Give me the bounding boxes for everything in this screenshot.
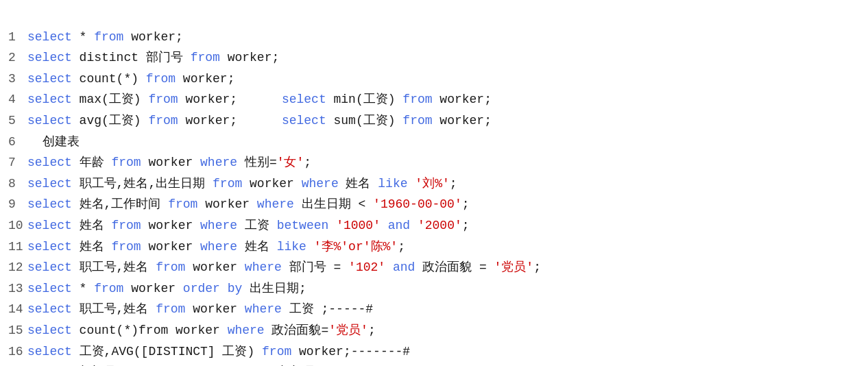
- token: from: [94, 30, 123, 44]
- token: worker;: [178, 114, 282, 127]
- token: and: [388, 219, 410, 232]
- token: worker;: [220, 51, 279, 64]
- token: ;: [450, 177, 457, 191]
- code-line: 16select 工资,AVG([DISTINCT] 工资) from work…: [8, 341, 860, 363]
- line-number: 1: [8, 27, 27, 48]
- token: by: [228, 282, 243, 295]
- token: from: [168, 197, 197, 211]
- line-number: 13: [8, 278, 27, 300]
- line-number: 16: [8, 341, 27, 363]
- token: distinct 部门号: [72, 51, 191, 64]
- token: from: [402, 93, 432, 106]
- line-code: select count(*)from worker where 政治面貌='党…: [27, 320, 376, 341]
- code-line: 15select count(*)from worker where 政治面貌=…: [8, 320, 860, 341]
- token: 政治面貌=: [265, 324, 329, 337]
- line-number: 9: [8, 194, 27, 215]
- code-line: 11select 姓名 from worker where 姓名 like '李…: [8, 236, 860, 258]
- token: and: [393, 260, 415, 274]
- token: [220, 282, 228, 295]
- token: worker: [185, 260, 244, 274]
- line-number: 8: [8, 173, 27, 195]
- token: select: [282, 93, 326, 106]
- token: '李%'or'陈%': [314, 240, 398, 254]
- token: '女': [277, 156, 304, 169]
- token: worker;: [433, 93, 492, 106]
- token: from: [262, 345, 291, 358]
- token: worker;: [433, 114, 492, 127]
- line-code: select 姓名 from worker where 姓名 like '李%'…: [27, 236, 405, 258]
- token: from: [148, 114, 178, 127]
- line-number: 2: [8, 47, 27, 69]
- line-number: 10: [8, 215, 27, 236]
- code-line: 14select 职工号,姓名 from worker where 工资 ;--…: [8, 299, 860, 320]
- token: select: [27, 177, 72, 191]
- token: select: [27, 302, 72, 316]
- token: select: [27, 93, 72, 106]
- token: 工资 ;-----#: [282, 302, 373, 316]
- token: worker;: [123, 30, 182, 44]
- token: avg(工资): [72, 114, 149, 127]
- line-number: 6: [8, 132, 27, 153]
- code-line: 1select * from worker;: [8, 27, 860, 48]
- token: 姓名: [72, 240, 112, 254]
- token: 姓名,工作时间: [72, 197, 168, 211]
- line-number: 3: [8, 69, 27, 90]
- token: worker;: [176, 72, 234, 86]
- token: worker;-------#: [291, 345, 410, 358]
- token: from: [156, 260, 185, 274]
- token: 性别=: [237, 156, 277, 169]
- token: '刘%': [415, 177, 449, 191]
- line-number: 12: [8, 257, 27, 278]
- line-code: select 职工号,姓名 from worker where 部门号 = '1…: [27, 257, 541, 278]
- token: from: [111, 156, 141, 169]
- token: 出生日期;: [242, 282, 306, 295]
- token: ;: [398, 240, 405, 254]
- token: '102': [348, 260, 385, 274]
- token: '1000': [336, 219, 381, 232]
- line-code: select distinct 部门号 from worker;: [27, 47, 279, 69]
- token: ;: [304, 156, 311, 169]
- token: min(工资): [326, 93, 403, 106]
- token: where: [200, 156, 237, 169]
- token: worker;: [178, 93, 282, 106]
- token: [306, 240, 314, 254]
- token: where: [228, 324, 265, 337]
- token: [328, 219, 336, 232]
- token: '党员': [328, 324, 368, 337]
- token: 工资,AVG([DISTINCT] 工资): [72, 345, 262, 358]
- token: sum(工资): [326, 114, 403, 127]
- token: 姓名: [339, 177, 378, 191]
- token: 出生日期 <: [294, 197, 373, 211]
- line-number: 4: [8, 89, 27, 110]
- token: ;: [462, 197, 470, 211]
- line-code: select * from worker;: [27, 27, 183, 48]
- token: worker: [197, 197, 256, 211]
- code-line: 13select * from worker order by 出生日期;: [8, 278, 860, 300]
- token: select: [27, 260, 72, 274]
- code-line: 8select 职工号,姓名,出生日期 from worker where 姓名…: [8, 173, 860, 195]
- token: select: [27, 72, 72, 86]
- token: from: [213, 177, 242, 191]
- token: select: [27, 197, 72, 211]
- token: ;: [533, 260, 541, 274]
- line-code: select 职工号,姓名,出生日期 from worker where 姓名 …: [27, 173, 457, 195]
- line-code: select 年龄 from worker where 性别='女';: [27, 152, 311, 173]
- line-code: select max(工资) from worker; select min(工…: [27, 89, 492, 110]
- code-line: 4select max(工资) from worker; select min(…: [8, 89, 860, 110]
- token: *: [72, 282, 94, 295]
- token: like: [378, 177, 407, 191]
- line-code: select 姓名 from worker where 工资 between '…: [27, 215, 470, 236]
- line-number: 7: [8, 152, 27, 173]
- code-line: 10select 姓名 from worker where 工资 between…: [8, 215, 860, 236]
- code-line: 9select 姓名,工作时间 from worker where 出生日期 <…: [8, 194, 860, 215]
- token: count(*)from worker: [72, 324, 228, 337]
- token: between: [277, 219, 329, 232]
- code-line: 6 创建表: [8, 132, 860, 153]
- token: 职工号,姓名,出生日期: [72, 177, 213, 191]
- code-line: 2select distinct 部门号 from worker;: [8, 47, 860, 69]
- token: select: [282, 114, 326, 127]
- token: worker: [141, 219, 200, 232]
- code-line: 7select 年龄 from worker where 性别='女';: [8, 152, 860, 173]
- line-code: 创建表: [27, 132, 80, 153]
- token: [410, 219, 418, 232]
